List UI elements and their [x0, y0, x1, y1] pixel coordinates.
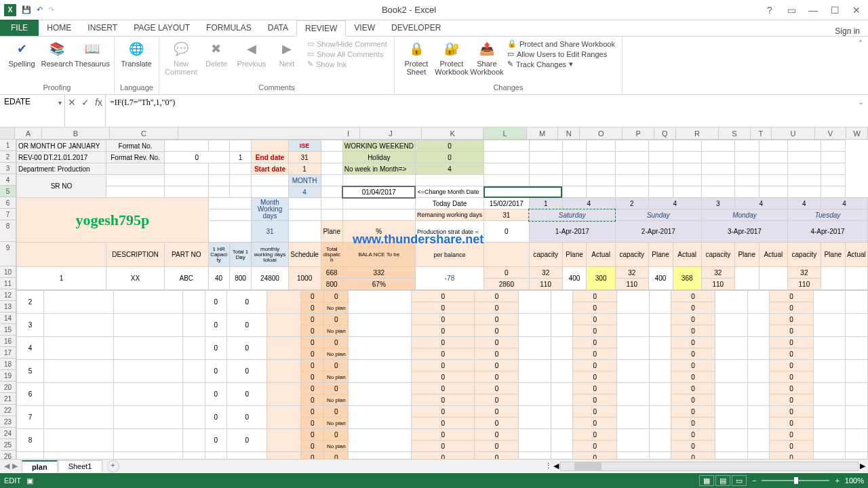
- sheet-tabs: ◀ ▶ plan Sheet1 + ⋮ ◀ ▶: [0, 459, 868, 472]
- ribbon: ✔Spelling 📚Research 📖Thesaurus Proofing …: [0, 37, 868, 95]
- add-sheet-icon[interactable]: +: [107, 460, 119, 472]
- sheet-tab-sheet1[interactable]: Sheet1: [58, 460, 102, 472]
- delete-comment-button: ✖Delete: [200, 38, 233, 69]
- view-normal-icon[interactable]: ▦: [699, 475, 714, 486]
- zoom-slider[interactable]: [762, 480, 829, 481]
- column-headers[interactable]: A B C I J K L M N O P Q R S T U V W: [0, 127, 868, 140]
- tab-data[interactable]: DATA: [260, 20, 296, 36]
- col-C[interactable]: C: [110, 127, 178, 139]
- tab-page-layout[interactable]: PAGE LAYOUT: [125, 20, 198, 36]
- col-V[interactable]: V: [815, 127, 847, 139]
- title-bar: X 💾 ↶ ↷ Book2 - Excel ? ▭ — ☐ ✕: [0, 0, 868, 20]
- col-W[interactable]: W: [846, 127, 868, 139]
- group-changes-label: Changes: [400, 82, 616, 93]
- research-button[interactable]: 📚Research: [41, 38, 73, 69]
- name-box[interactable]: ▾: [0, 95, 65, 127]
- horizontal-scrollbar[interactable]: ⋮ ◀ ▶: [545, 462, 868, 471]
- save-icon[interactable]: 💾: [22, 5, 31, 14]
- sheet-tab-plan[interactable]: plan: [22, 460, 58, 472]
- tab-insert[interactable]: INSERT: [79, 20, 125, 36]
- show-hide-comment-button: ▭Show/Hide Comment: [307, 39, 387, 48]
- group-language-label: Language: [120, 82, 153, 93]
- file-tab[interactable]: FILE: [0, 20, 39, 36]
- show-all-comments-button: ▭Show All Comments: [307, 49, 387, 58]
- excel-icon: X: [4, 4, 16, 16]
- expand-formula-bar-icon[interactable]: ⌄: [858, 98, 864, 106]
- col-T[interactable]: T: [751, 127, 772, 139]
- col-A[interactable]: A: [15, 127, 41, 139]
- window-title: Book2 - Excel: [58, 5, 760, 15]
- tab-developer[interactable]: DEVELOPER: [383, 20, 449, 36]
- col-R[interactable]: R: [676, 127, 719, 139]
- previous-comment-button: ◀Previous: [235, 38, 268, 69]
- view-page-break-icon[interactable]: ▭: [732, 475, 747, 486]
- col-Q[interactable]: Q: [654, 127, 676, 139]
- col-I[interactable]: I: [337, 127, 360, 139]
- tab-review[interactable]: REVIEW: [296, 20, 346, 37]
- col-O[interactable]: O: [580, 127, 623, 139]
- col-U[interactable]: U: [772, 127, 814, 139]
- col-S[interactable]: S: [719, 127, 751, 139]
- col-K[interactable]: K: [422, 127, 484, 139]
- protect-sheet-button[interactable]: 🔒Protect Sheet: [400, 38, 433, 77]
- group-comments-label: Comments: [165, 82, 389, 93]
- close-icon[interactable]: ✕: [846, 2, 867, 18]
- col-J[interactable]: J: [360, 127, 422, 139]
- show-ink-button: ✎Show Ink: [307, 60, 387, 68]
- ribbon-options-icon[interactable]: ▭: [781, 2, 802, 18]
- enter-formula-icon[interactable]: ✓: [81, 97, 90, 108]
- col-B[interactable]: B: [42, 127, 111, 139]
- ribbon-tabs: FILE HOME INSERT PAGE LAYOUT FORMULAS DA…: [0, 20, 868, 37]
- status-bar: EDIT ▣ ▦ ▤ ▭ − + 100%: [0, 473, 868, 488]
- row-headers[interactable]: 1234 5678 9 10111213 14151617 18192021 2…: [0, 140, 16, 461]
- select-all-corner[interactable]: [0, 127, 15, 139]
- zoom-out-icon[interactable]: −: [752, 476, 756, 485]
- col-M[interactable]: M: [527, 127, 559, 139]
- help-icon[interactable]: ?: [760, 2, 780, 18]
- formula-input[interactable]: [106, 95, 868, 110]
- sheet-nav-next-icon[interactable]: ▶: [12, 462, 18, 470]
- track-changes-button[interactable]: ✎Track Changes ▾: [507, 60, 615, 68]
- zoom-level[interactable]: 100%: [845, 476, 864, 485]
- next-comment-button: ▶Next: [271, 38, 303, 69]
- quick-access-toolbar: X 💾 ↶ ↷: [0, 4, 58, 16]
- minimize-icon[interactable]: —: [803, 2, 823, 18]
- cancel-formula-icon[interactable]: ✕: [68, 97, 76, 108]
- sheet-nav-prev-icon[interactable]: ◀: [4, 462, 9, 470]
- thesaurus-button[interactable]: 📖Thesaurus: [76, 38, 108, 69]
- redo-icon[interactable]: ↷: [48, 5, 54, 14]
- translate-button[interactable]: 🌐Translate: [120, 38, 153, 69]
- empty-rows[interactable]: 2 0 0 0 0 0 0 0 0 0 0 No plan 0 0 0 0 0 …: [16, 290, 868, 461]
- cells[interactable]: OR MONTH OF JANUARY Format No. ISE WORKI…: [16, 140, 868, 290]
- group-proofing-label: Proofing: [5, 82, 108, 93]
- collapse-ribbon-icon[interactable]: ˄: [853, 37, 868, 94]
- formula-bar: ▾ ✕ ✓ fx ⌄: [0, 95, 868, 127]
- view-page-layout-icon[interactable]: ▤: [715, 475, 730, 486]
- fx-icon[interactable]: fx: [95, 97, 102, 108]
- spelling-button[interactable]: ✔Spelling: [5, 38, 38, 69]
- macro-record-icon[interactable]: ▣: [26, 476, 33, 485]
- col-N[interactable]: N: [558, 127, 580, 139]
- new-comment-button: 💬New Comment: [165, 38, 197, 77]
- zoom-in-icon[interactable]: +: [835, 476, 839, 485]
- allow-edit-ranges-button[interactable]: ▭Allow Users to Edit Ranges: [507, 49, 615, 58]
- tab-view[interactable]: VIEW: [346, 20, 383, 36]
- worksheet-grid[interactable]: www.thundershare.net A B C I J K L M N O…: [0, 127, 868, 461]
- sign-in-link[interactable]: Sign in: [827, 26, 868, 36]
- name-box-dropdown-icon[interactable]: ▾: [58, 99, 62, 106]
- maximize-icon[interactable]: ☐: [825, 2, 845, 18]
- col-L[interactable]: L: [484, 127, 526, 139]
- protect-workbook-button[interactable]: 🔐Protect Workbook: [435, 38, 468, 77]
- protect-share-button[interactable]: 🔒Protect and Share Workbook: [507, 39, 615, 48]
- tab-formulas[interactable]: FORMULAS: [198, 20, 260, 36]
- status-mode: EDIT: [4, 476, 21, 485]
- name-box-input[interactable]: [4, 97, 60, 106]
- col-P[interactable]: P: [623, 127, 654, 139]
- undo-icon[interactable]: ↶: [37, 5, 43, 14]
- tab-home[interactable]: HOME: [39, 20, 79, 36]
- share-workbook-button[interactable]: 📤Share Workbook: [471, 38, 503, 77]
